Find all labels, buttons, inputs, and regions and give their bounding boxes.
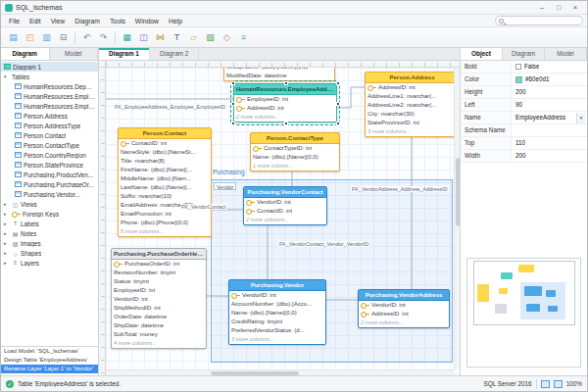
entity-humanresources-employeeaddress[interactable]: HumanResources.EmployeeAddressEmployeeID…: [233, 83, 337, 122]
canvas-vertical-scrollbar[interactable]: [454, 68, 460, 369]
property-value[interactable]: #60e0d1: [512, 74, 587, 85]
close-button[interactable]: ×: [567, 4, 583, 11]
field-text: CreditRating: tinyint: [231, 318, 282, 326]
table-tree-item[interactable]: HumanResources.Depar...: [1, 81, 98, 91]
new-note-tool-icon[interactable]: ▱: [186, 30, 201, 45]
foreign-key-label[interactable]: FK_VendorAddress_Address_AddressID: [351, 186, 449, 192]
property-value[interactable]: 110: [512, 137, 587, 149]
maximize-button[interactable]: □: [551, 4, 566, 11]
primary-key-icon: [368, 85, 376, 90]
new-image-tool-icon[interactable]: ▨: [203, 30, 218, 45]
selection-handle[interactable]: [336, 81, 340, 85]
new-layer-tool-icon[interactable]: ≡: [236, 30, 251, 45]
foreign-key-label[interactable]: FK_VendorContact: [180, 204, 227, 210]
entity-purchasing-vendor[interactable]: Purchasing.VendorVendorID: intAccountNum…: [228, 279, 326, 345]
property-value[interactable]: [512, 124, 587, 136]
foreign-key-label[interactable]: FK_VendorContact_Vendor_VendorID: [278, 241, 369, 247]
sidebar-tab-diagram[interactable]: Diagram: [1, 48, 50, 60]
grid-view-icon[interactable]: [554, 380, 563, 388]
menu-item-diagram[interactable]: Diagram: [71, 17, 104, 25]
selection-handle[interactable]: [284, 81, 288, 85]
tree-section-labels[interactable]: ▸TLabels: [1, 219, 98, 228]
redo-icon[interactable]: ↷: [96, 30, 111, 45]
foreign-key-label[interactable]: FK_EmployeeAddress_Employee_EmployeeID: [114, 104, 226, 110]
tree-item-diagram-1[interactable]: Diagram 1: [1, 62, 98, 72]
property-value[interactable]: 200: [512, 86, 587, 98]
table-tree-item[interactable]: Person.StateProvince: [1, 160, 98, 170]
new-model-icon[interactable]: ▤: [6, 30, 21, 45]
tree-section-layers[interactable]: ▸≡Layers: [1, 258, 98, 268]
undo-icon[interactable]: ↶: [79, 30, 94, 45]
property-value[interactable]: 200: [512, 150, 587, 162]
table-tree-item[interactable]: HumanResources.Emplo...: [1, 101, 98, 111]
save-icon[interactable]: ▥: [39, 30, 54, 45]
diagram-tab-2[interactable]: Diagram 2: [150, 48, 199, 60]
new-view-tool-icon[interactable]: ◫: [136, 30, 151, 45]
canvas-horizontal-scrollbar[interactable]: [106, 369, 454, 375]
table-tree-item[interactable]: Person.ContactType: [1, 140, 98, 150]
property-value[interactable]: 90: [512, 99, 587, 111]
inspector-tab-diagram[interactable]: Diagram: [503, 48, 545, 60]
entity-purchasing-vendoraddress[interactable]: Purchasing.VendorAddressVendorID: intAdd…: [358, 289, 450, 328]
table-tree-item[interactable]: Purchasing.PurchaseOr...: [1, 179, 98, 189]
entity-person-contact[interactable]: Person.ContactContactID: intNameStyle: (…: [118, 127, 212, 237]
sidebar-tab-model[interactable]: Model: [50, 48, 99, 60]
diagram-tab-1[interactable]: Diagram 1: [99, 48, 150, 60]
log-entry[interactable]: Load Model: 'SQL_lschemas': [1, 347, 98, 356]
menu-item-edit[interactable]: Edit: [25, 17, 45, 25]
entity-purchasing-purchaseorderheader[interactable]: Purchasing.PurchaseOrderHeaderPurchaseOr…: [111, 248, 207, 349]
new-shape-tool-icon[interactable]: ◇: [220, 30, 234, 45]
diagram-canvas[interactable]: PurchasingVendorFK_EmployeeAddress_Emplo…: [106, 68, 460, 375]
layer-name-tag[interactable]: Vendor: [214, 182, 236, 190]
log-entry[interactable]: Rename Layer 'Layer 1' to 'Vendor': [1, 365, 98, 373]
tree-section-images[interactable]: ▸▨Images: [1, 238, 98, 248]
search-box[interactable]: [495, 16, 583, 25]
checkbox-unchecked-icon[interactable]: [515, 64, 521, 70]
selection-handle[interactable]: [231, 122, 235, 125]
tree-section-views[interactable]: ▸◫Views: [1, 199, 98, 209]
menu-item-window[interactable]: Window: [131, 17, 163, 25]
inspector-tab-object[interactable]: Object: [461, 48, 503, 60]
log-entry[interactable]: Design Table 'EmployeeAddress': [1, 356, 98, 365]
table-tree-item[interactable]: Person.CountryRegion: [1, 150, 98, 160]
diagram-view-icon[interactable]: [541, 380, 550, 388]
entity-person-contacttype[interactable]: Person.ContactTypeContactTypeID: intName…: [250, 132, 340, 172]
selection-handle[interactable]: [231, 102, 235, 106]
selection-handle[interactable]: [231, 81, 235, 85]
table-tree-item[interactable]: Person.Contact: [1, 130, 98, 140]
table-tree-item[interactable]: Purchasing.Vendor...: [1, 189, 98, 199]
property-value[interactable]: False: [512, 61, 587, 73]
open-model-icon[interactable]: ◰: [23, 30, 37, 45]
tree-section-notes[interactable]: ▸▤Notes: [1, 228, 98, 238]
minimize-button[interactable]: –: [534, 4, 550, 11]
table-tree-item[interactable]: Person.AddressType: [1, 121, 98, 130]
table-tree-item[interactable]: Purchasing.ProductVen...: [1, 170, 98, 179]
selection-handle[interactable]: [336, 102, 340, 106]
selection-handle[interactable]: [336, 122, 340, 125]
entity-person-address[interactable]: Person.AddressAddressID: intAddressLine1…: [365, 72, 460, 137]
menu-item-help[interactable]: Help: [165, 17, 186, 25]
menu-item-view[interactable]: View: [47, 17, 70, 25]
minimap-viewport[interactable]: [473, 261, 575, 325]
table-field: OrderDate: datetime: [112, 313, 206, 321]
table-tree-item[interactable]: Person.Address: [1, 111, 98, 121]
tree-section-foreign-keys[interactable]: ▸Foreign Keys: [1, 209, 98, 219]
inspector-tab-model[interactable]: Model: [545, 48, 587, 60]
tree-group-tables[interactable]: ▾Tables: [1, 72, 98, 81]
entity-purchasing-vendorcontact[interactable]: Purchasing.VendorContactVendorID: intCon…: [243, 186, 327, 225]
entity-partial-table[interactable]: Name: (dbo).[Name](0,0)GroupName: (dbo).…: [223, 68, 335, 81]
table-tree-item[interactable]: HumanResources.Emplo...: [1, 91, 98, 101]
search-input[interactable]: [506, 17, 579, 24]
selection-handle[interactable]: [284, 122, 288, 125]
menu-item-file[interactable]: File: [5, 17, 24, 25]
new-label-tool-icon[interactable]: T: [170, 30, 184, 45]
overview-minimap[interactable]: [466, 258, 581, 368]
menu-item-tools[interactable]: Tools: [106, 17, 129, 25]
new-foreign-key-tool-icon[interactable]: ⋈: [153, 30, 168, 45]
app-window: SQL_lschemas – □ × FileEditViewDiagramTo…: [0, 0, 588, 392]
property-value[interactable]: EmployeeAddress▾: [512, 112, 587, 123]
export-icon[interactable]: ⊟: [56, 30, 71, 45]
new-table-tool-icon[interactable]: ▦: [120, 30, 134, 45]
tree-section-shapes[interactable]: ▸◇Shapes: [1, 248, 98, 258]
dropdown-arrow-icon[interactable]: ▾: [576, 113, 585, 123]
